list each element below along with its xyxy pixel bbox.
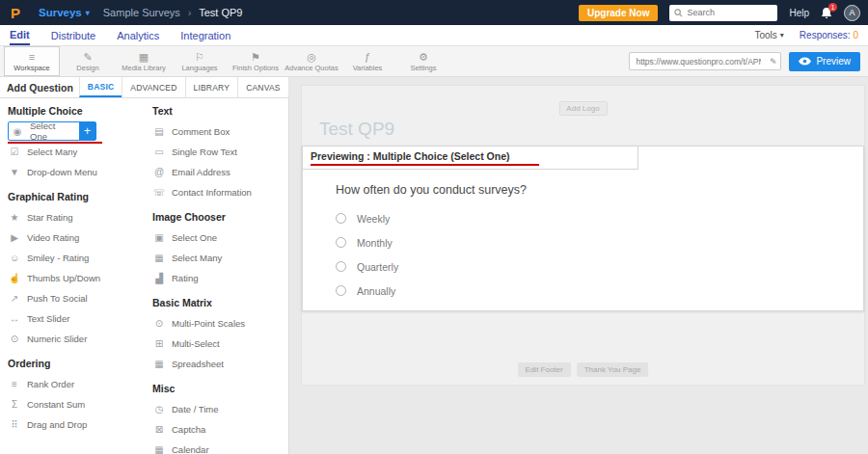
annotation-underline	[8, 142, 102, 144]
question-type-multi-point-scales[interactable]: ⊙Multi-Point Scales	[152, 313, 284, 334]
question-type-drop-down-menu[interactable]: ▼Drop-down Menu	[8, 162, 139, 182]
question-type-email-address[interactable]: @Email Address	[152, 162, 284, 182]
question-type-select-one[interactable]: ◉Select One+	[8, 121, 96, 141]
question-type-select-many[interactable]: ☑Select Many	[8, 142, 139, 162]
add-logo-button[interactable]: Add Logo	[558, 101, 607, 116]
notifications-bell-icon[interactable]: 1	[821, 7, 832, 19]
radio-button-icon[interactable]	[336, 285, 346, 296]
question-type-numeric-slider[interactable]: ⊙Numeric Slider	[8, 329, 139, 349]
question-type-captcha[interactable]: ⊠Captcha	[152, 419, 284, 440]
question-type-contact-information[interactable]: ☏Contact Information	[152, 182, 284, 202]
radio-button-icon[interactable]	[336, 261, 346, 272]
toolbar-item-workspace[interactable]: ≡Workspace	[4, 46, 60, 76]
answer-option-annually[interactable]: Annually	[336, 279, 863, 303]
question-group-basic-matrix: Basic Matrix⊙Multi-Point Scales⊞Multi-Se…	[152, 297, 284, 374]
question-type-rating[interactable]: ▟Rating	[152, 268, 284, 288]
tab-analytics[interactable]: Analytics	[117, 25, 159, 45]
question-text: How often do you conduct surveys?	[336, 183, 863, 197]
languages-icon: ⚐	[195, 51, 204, 63]
thank-you-page-button[interactable]: Thank You Page	[577, 362, 649, 377]
preview-button[interactable]: Preview	[789, 52, 860, 71]
image-select-one-icon: ▣	[152, 232, 166, 243]
questionpro-logo[interactable]: P	[6, 5, 25, 21]
drag-drop-icon: ⠿	[8, 419, 21, 430]
panel-tab-library[interactable]: LIBRARY	[185, 77, 239, 97]
question-type-push-to-social[interactable]: ↗Push To Social	[8, 288, 139, 308]
question-type-single-row-text[interactable]: ▭Single Row Text	[152, 142, 284, 162]
question-type-select-one[interactable]: ▣Select One	[152, 227, 284, 248]
edit-url-pencil-icon[interactable]: ✎	[770, 57, 777, 67]
toolbar-item-label: Workspace	[14, 64, 49, 72]
question-type-label: Comment Box	[172, 126, 230, 137]
toolbar-item-label: Media Library	[122, 64, 165, 72]
toolbar-item-label: Finish Options	[232, 64, 279, 72]
search-box[interactable]	[669, 5, 777, 21]
toolbar-item-finish-options[interactable]: ⚑Finish Options	[228, 46, 284, 76]
breadcrumb-sample-surveys[interactable]: Sample Surveys	[103, 7, 180, 18]
question-type-video-rating[interactable]: ▶Video Rating	[8, 227, 139, 248]
question-type-rank-order[interactable]: ≡Rank Order	[8, 374, 139, 394]
question-type-select-many[interactable]: ▦Select Many	[152, 248, 284, 268]
toolbar-item-languages[interactable]: ⚐Languages	[172, 46, 228, 76]
question-type-constant-sum[interactable]: ΣConstant Sum	[8, 394, 139, 414]
settings-gear-icon: ⚙	[419, 51, 428, 63]
tools-menu[interactable]: Tools ▾	[754, 30, 783, 40]
toolbar-item-label: Design	[76, 64, 98, 72]
toolbar-item-settings[interactable]: ⚙Settings	[395, 46, 451, 76]
question-type-date-time[interactable]: ◷Date / Time	[152, 399, 284, 419]
edit-footer-button[interactable]: Edit Footer	[518, 362, 571, 377]
question-type-spreadsheet[interactable]: ▦Spreadsheet	[152, 354, 284, 374]
question-type-comment-box[interactable]: ▤Comment Box	[152, 121, 284, 142]
question-type-smiley-rating[interactable]: ☺Smiley - Rating	[8, 248, 139, 268]
tab-integration[interactable]: Integration	[180, 25, 231, 45]
radio-icon: ◉	[11, 126, 24, 137]
survey-url-input[interactable]	[630, 57, 761, 67]
workspace-toolbar: ≡Workspace✎Design▦Media Library⚐Language…	[0, 46, 868, 77]
question-type-calendar[interactable]: ▦Calendar	[152, 440, 284, 454]
survey-url-box[interactable]: ✎	[629, 52, 781, 70]
radio-button-icon[interactable]	[336, 237, 346, 248]
question-group-image-chooser: Image Chooser▣Select One▦Select Many▟Rat…	[152, 211, 284, 288]
add-question-plus-button[interactable]: +	[79, 122, 95, 140]
tab-edit[interactable]: Edit	[10, 25, 30, 45]
panel-tab-basic[interactable]: BASIC	[79, 77, 122, 97]
search-input[interactable]	[687, 8, 769, 17]
product-menu-surveys[interactable]: Surveys ▾	[35, 7, 94, 18]
panel-title: Add Question	[0, 77, 80, 97]
panel-columns: Multiple Choice◉Select One+☑Select Many▼…	[0, 98, 288, 454]
image-select-many-icon: ▦	[152, 253, 166, 263]
toolbar-item-label: Variables	[353, 64, 383, 72]
panel-tab-canvas[interactable]: CANVAS	[237, 77, 289, 97]
question-type-label: Spreadsheet	[172, 359, 224, 369]
question-group-misc: Misc◷Date / Time⊠Captcha▦Calendar	[152, 383, 284, 454]
question-type-text-slider[interactable]: ↔Text Slider	[8, 308, 139, 329]
question-type-star-rating[interactable]: ★Star Rating	[8, 207, 139, 227]
answer-option-quarterly[interactable]: Quarterly	[336, 254, 863, 279]
tab-distribute[interactable]: Distribute	[51, 25, 95, 45]
toolbar-item-variables[interactable]: ƒVariables	[339, 46, 395, 76]
help-link[interactable]: Help	[789, 8, 809, 18]
question-type-label: Select Many	[172, 253, 222, 263]
toolbar-item-advance-quotas[interactable]: ◎Advance Quotas	[284, 46, 339, 76]
single-row-icon: ▭	[152, 147, 166, 157]
question-type-label: Calendar	[172, 444, 209, 454]
answer-option-label: Annually	[357, 285, 395, 297]
question-type-multi-select[interactable]: ⊞Multi-Select	[152, 334, 284, 354]
rank-order-icon: ≡	[8, 379, 21, 389]
question-group-text: Text▤Comment Box▭Single Row Text@Email A…	[152, 105, 284, 202]
radio-button-icon[interactable]	[336, 213, 346, 224]
toolbar-item-design[interactable]: ✎Design	[60, 46, 116, 76]
question-type-drag-and-drop[interactable]: ⠿Drag and Drop	[8, 414, 139, 435]
question-type-thumbs-up-down[interactable]: ☝Thumbs Up/Down	[8, 268, 139, 288]
calendar-icon: ▦	[152, 444, 166, 454]
responses-link[interactable]: Responses: 0	[800, 30, 858, 40]
upgrade-now-button[interactable]: Upgrade Now	[579, 5, 658, 21]
answer-option-weekly[interactable]: Weekly	[336, 206, 863, 230]
question-type-label: Video Rating	[27, 232, 79, 243]
variables-icon: ƒ	[365, 51, 370, 63]
answer-option-label: Weekly	[357, 213, 390, 225]
user-avatar[interactable]: A	[844, 5, 860, 21]
panel-tab-advanced[interactable]: ADVANCED	[122, 77, 185, 97]
toolbar-item-media-library[interactable]: ▦Media Library	[116, 46, 172, 76]
answer-option-monthly[interactable]: Monthly	[336, 230, 863, 254]
